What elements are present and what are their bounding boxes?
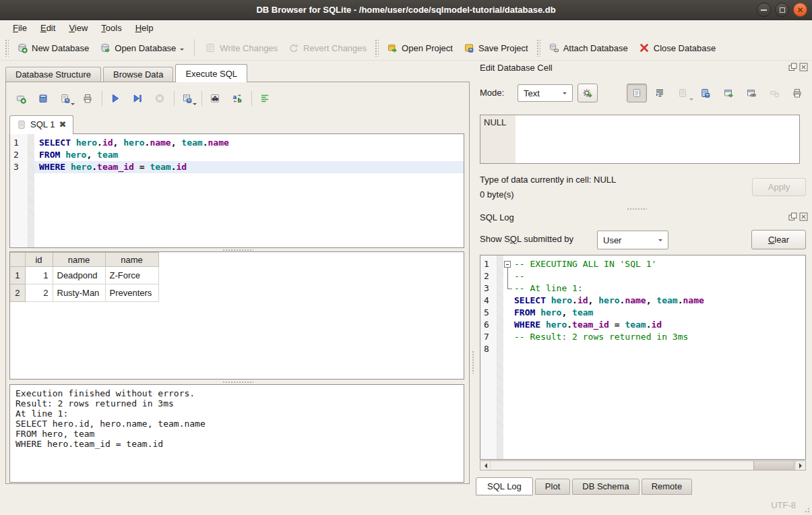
- menu-help[interactable]: Help: [129, 21, 160, 35]
- menu-edit[interactable]: Edit: [34, 21, 62, 35]
- log-line-numbers: 12345678: [480, 255, 497, 459]
- maximize-button[interactable]: [775, 3, 789, 17]
- editor-code-area[interactable]: SELECT hero.id, hero.name, team.nameFROM…: [34, 134, 464, 247]
- toolbar-separator: [102, 91, 102, 106]
- bottom-tab-plot[interactable]: Plot: [535, 479, 570, 495]
- external-window-button[interactable]: [718, 84, 739, 102]
- open-project-button[interactable]: Open Project: [381, 39, 458, 57]
- bottom-tab-db-schema[interactable]: DB Schema: [572, 479, 639, 495]
- new-database-button[interactable]: New Database: [11, 39, 94, 57]
- menu-tools[interactable]: Tools: [94, 21, 128, 35]
- menu-file[interactable]: File: [6, 21, 34, 35]
- write-changes-button: Write Changes: [199, 39, 283, 57]
- close-panel-icon[interactable]: [799, 212, 808, 221]
- execute-line-icon: [132, 93, 143, 104]
- message-line: SELECT hero.id, hero.name, team.name: [15, 419, 458, 429]
- scroll-right-arrow[interactable]: [795, 461, 805, 470]
- close-button[interactable]: ✕: [793, 3, 807, 17]
- close-icon: ✕: [797, 6, 803, 14]
- cell-editor[interactable]: NULL: [480, 115, 800, 164]
- cell-size-text: 0 byte(s): [480, 189, 514, 200]
- float-panel-icon[interactable]: [788, 212, 797, 221]
- table-cell[interactable]: Preventers: [105, 284, 158, 302]
- dropdown-caret-icon[interactable]: [71, 103, 75, 107]
- sql-log-view[interactable]: 12345678 -- EXECUTING ALL IN 'SQL 1'----…: [480, 255, 806, 460]
- execute-all-icon: [110, 93, 121, 104]
- find-button[interactable]: [206, 90, 224, 107]
- arrow-right-icon: [799, 463, 805, 468]
- sql-log-line: -- At line 1:: [503, 282, 805, 295]
- resize-grip[interactable]: [802, 505, 811, 514]
- mode-select[interactable]: Text: [518, 84, 573, 102]
- column-header-name[interactable]: name: [53, 253, 105, 267]
- column-header-id[interactable]: id: [25, 253, 53, 267]
- wrap-button[interactable]: [650, 84, 670, 102]
- table-cell[interactable]: Rusty-Man: [53, 284, 105, 302]
- text-doc-button[interactable]: [627, 84, 647, 102]
- execute-all-button[interactable]: [106, 90, 124, 107]
- log-filter-select[interactable]: User: [597, 231, 668, 249]
- new-tab-button[interactable]: [12, 90, 30, 107]
- tab-database-structure[interactable]: Database Structure: [5, 67, 101, 82]
- open-database-button[interactable]: Open Database: [94, 39, 189, 57]
- link-window-button[interactable]: [741, 84, 761, 102]
- menu-bar: FileEditViewToolsHelp: [0, 20, 812, 36]
- save-project-icon: [464, 42, 474, 53]
- log-horizontal-scrollbar[interactable]: [480, 460, 806, 471]
- table-cell[interactable]: 1: [25, 267, 53, 284]
- attach-database-button[interactable]: Attach Database: [543, 39, 633, 57]
- splitter-cell-log[interactable]: [627, 208, 647, 211]
- fold-collapse-icon[interactable]: [503, 258, 514, 270]
- clear-log-button[interactable]: Clear: [751, 230, 806, 249]
- dropdown-caret-icon[interactable]: [193, 103, 197, 107]
- sql-log-line: -- EXECUTING ALL IN 'SQL 1': [503, 258, 805, 270]
- saveas-doc-button[interactable]: [695, 84, 716, 102]
- row-header[interactable]: 2: [10, 284, 25, 302]
- row-header[interactable]: 1: [10, 267, 25, 284]
- message-line: FROM hero, team: [15, 429, 458, 439]
- save-sql-button[interactable]: [57, 90, 74, 107]
- minimize-button[interactable]: [757, 3, 771, 17]
- save-project-button[interactable]: Save Project: [458, 39, 534, 57]
- message-line: Result: 2 rows returned in 3ms: [15, 398, 458, 408]
- bottom-tab-sql-log[interactable]: SQL Log: [476, 477, 533, 495]
- tab-sql-1[interactable]: SQL 1 ✖: [9, 115, 73, 134]
- scrollbar-thumb[interactable]: [753, 461, 794, 470]
- print2-button[interactable]: [787, 84, 807, 102]
- button-label: Write Changes: [220, 43, 278, 53]
- close-database-button[interactable]: Close Database: [633, 39, 722, 57]
- import-doc-button: [673, 84, 693, 102]
- export-results-button[interactable]: [179, 90, 196, 107]
- message-line: Execution finished without errors.: [15, 388, 458, 398]
- sql-editor[interactable]: 123 SELECT hero.id, hero.name, team.name…: [9, 133, 464, 248]
- float-panel-icon[interactable]: [788, 63, 797, 71]
- execute-line-button[interactable]: [129, 90, 146, 107]
- splitter-vertical[interactable]: [472, 351, 475, 373]
- apply-button[interactable]: Apply: [752, 178, 806, 196]
- print-icon: [82, 93, 93, 104]
- cell-editor-blank: [516, 115, 799, 163]
- gear-arrow-icon: [582, 88, 593, 98]
- menu-view[interactable]: View: [62, 21, 94, 35]
- execution-message-box[interactable]: Execution finished without errors.Result…: [9, 384, 464, 483]
- bottom-tab-remote[interactable]: Remote: [642, 479, 693, 495]
- button-label: Save Project: [478, 43, 528, 53]
- replace-button[interactable]: ab: [228, 90, 246, 107]
- close-tab-icon[interactable]: ✖: [59, 120, 66, 129]
- dropdown-caret-icon[interactable]: [180, 49, 184, 53]
- table-cell[interactable]: Z-Force: [105, 267, 158, 284]
- tab-execute-sql[interactable]: Execute SQL: [175, 64, 247, 82]
- open-sql-button[interactable]: [34, 90, 52, 107]
- column-header-name[interactable]: name: [105, 253, 158, 267]
- format-button[interactable]: [256, 90, 274, 107]
- window-title: DB Browser for SQLite - /home/user/code/…: [0, 0, 812, 20]
- table-cell[interactable]: Deadpond: [53, 267, 105, 284]
- line-number: 3: [480, 282, 497, 295]
- print-button[interactable]: [79, 90, 96, 107]
- table-cell[interactable]: 2: [25, 284, 53, 302]
- close-panel-icon[interactable]: [799, 63, 808, 71]
- auto-apply-button[interactable]: [577, 84, 598, 102]
- scroll-left-arrow[interactable]: [480, 461, 491, 470]
- tab-browse-data[interactable]: Browse Data: [103, 67, 173, 82]
- export-results-icon: [182, 93, 193, 104]
